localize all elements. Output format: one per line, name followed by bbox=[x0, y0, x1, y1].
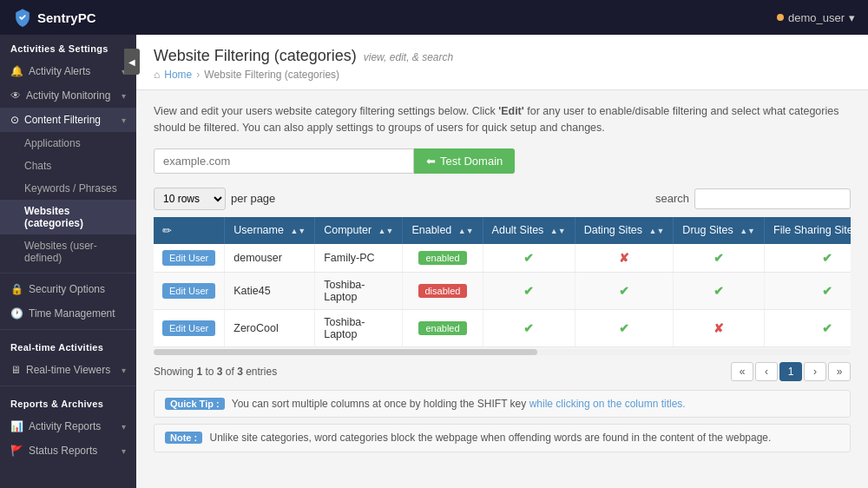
sidebar-item-status-reports[interactable]: 🚩 Status Reports ▾ bbox=[0, 439, 136, 463]
sidebar-section-security: 🔒 Security Options 🕐 Time Management bbox=[0, 277, 136, 326]
sort-arrows-enabled: ▲▼ bbox=[458, 227, 474, 235]
th-username[interactable]: Username ▲▼ bbox=[225, 217, 315, 244]
user-menu[interactable]: demo_user ▾ bbox=[777, 11, 855, 24]
sidebar-sub-item-websites-categories[interactable]: Websites (categories) bbox=[0, 200, 136, 234]
test-domain-input[interactable] bbox=[154, 148, 414, 174]
th-computer[interactable]: Computer ▲▼ bbox=[315, 217, 403, 244]
td-dating-2: ✔ bbox=[575, 272, 674, 309]
brand-logo: SentryPC bbox=[13, 8, 96, 27]
data-table: ✏ Username ▲▼ Computer ▲▼ Enabled ▲▼ bbox=[154, 217, 851, 347]
page-title-text: Website Filtering (categories) bbox=[154, 47, 357, 65]
quick-tip-box: Quick Tip : You can sort multiple column… bbox=[154, 390, 851, 419]
check-icon: ✔ bbox=[523, 251, 534, 265]
check-icon: ✔ bbox=[822, 284, 832, 298]
sidebar-item-content-filtering[interactable]: ⊙ Content Filtering ▾ bbox=[0, 108, 136, 132]
td-adult-1: ✔ bbox=[483, 244, 575, 273]
sidebar-section-reports: Reports & Archives 📊 Activity Reports ▾ … bbox=[0, 390, 136, 463]
sidebar-collapse-toggle[interactable]: ◀ bbox=[124, 49, 140, 75]
filter-icon: ⊙ bbox=[10, 114, 19, 126]
note-box: Note : Unlike site categories, word cate… bbox=[154, 424, 851, 452]
pagination-row: Showing 1 to 3 of 3 entries « ‹ 1 › » bbox=[154, 362, 851, 381]
chevron-icon: ▾ bbox=[122, 422, 126, 432]
quick-tip-text: You can sort multiple columns at once by… bbox=[232, 398, 686, 410]
td-computer-2: Toshiba-Laptop bbox=[315, 272, 403, 309]
showing-text: Showing 1 to 3 of 3 entries bbox=[154, 366, 277, 378]
layout: Activities & Settings 🔔 Activity Alerts … bbox=[0, 35, 868, 488]
breadcrumb-separator: › bbox=[196, 69, 200, 81]
main-content: Website Filtering (categories) view, edi… bbox=[136, 35, 868, 488]
sidebar-item-label: Content Filtering bbox=[24, 114, 116, 126]
sidebar-sub-item-keywords[interactable]: Keywords / Phrases bbox=[0, 177, 136, 200]
per-page-label: per page bbox=[231, 192, 275, 205]
td-edit-2: Edit User bbox=[154, 272, 225, 309]
enabled-badge-1: enabled bbox=[418, 251, 466, 265]
sidebar-section-title-activities: Activities & Settings bbox=[0, 35, 136, 59]
page-header: Website Filtering (categories) view, edi… bbox=[136, 35, 868, 90]
edit-user-btn-2[interactable]: Edit User bbox=[162, 283, 215, 299]
sidebar: Activities & Settings 🔔 Activity Alerts … bbox=[0, 35, 136, 488]
lock-icon: 🔒 bbox=[10, 283, 23, 295]
page-title-sub: view, edit, & search bbox=[364, 51, 453, 63]
note-text: Unlike site categories, word categories … bbox=[210, 432, 772, 444]
breadcrumb-home[interactable]: Home bbox=[164, 69, 192, 81]
sidebar-section-realtime: Real-time Activities 🖥 Real-time Viewers… bbox=[0, 333, 136, 382]
td-drug-1: ✔ bbox=[674, 244, 765, 273]
eye-icon: 👁 bbox=[10, 89, 21, 102]
th-enabled[interactable]: Enabled ▲▼ bbox=[403, 217, 483, 244]
content-area: View and edit your users website categor… bbox=[136, 90, 868, 472]
sidebar-item-label: Activity Alerts bbox=[29, 65, 116, 77]
page-title: Website Filtering (categories) view, edi… bbox=[154, 47, 851, 65]
check-icon: ✔ bbox=[822, 251, 832, 265]
check-icon: ✔ bbox=[523, 284, 534, 298]
sidebar-sub-item-websites-user[interactable]: Websites (user-defined) bbox=[0, 234, 136, 269]
sidebar-sub-item-chats[interactable]: Chats bbox=[0, 155, 136, 177]
sidebar-item-realtime-viewers[interactable]: 🖥 Real-time Viewers ▾ bbox=[0, 358, 136, 382]
cross-icon: ✘ bbox=[619, 251, 629, 265]
clock-icon: 🕐 bbox=[10, 307, 23, 320]
sidebar-item-activity-reports[interactable]: 📊 Activity Reports ▾ bbox=[0, 414, 136, 439]
td-username-3: ZeroCool bbox=[225, 309, 315, 346]
page-next-btn[interactable]: › bbox=[804, 362, 826, 381]
rows-per-page-select[interactable]: 10 rows 25 rows 50 rows 100 rows bbox=[154, 188, 226, 210]
page-prev-btn[interactable]: ‹ bbox=[755, 362, 778, 381]
td-edit-3: Edit User bbox=[154, 309, 225, 346]
td-enabled-1: enabled bbox=[403, 244, 483, 273]
edit-user-btn-3[interactable]: Edit User bbox=[162, 320, 215, 336]
td-computer-3: Toshiba-Laptop bbox=[315, 309, 403, 346]
test-domain-button[interactable]: ⬅ Test Domain bbox=[414, 148, 515, 174]
sidebar-item-security-options[interactable]: 🔒 Security Options bbox=[0, 277, 136, 301]
table-row: Edit User demouser Family-PC enabled ✔ ✘… bbox=[154, 244, 851, 273]
sidebar-item-activity-alerts[interactable]: 🔔 Activity Alerts ▾ bbox=[0, 59, 136, 83]
th-adult-sites[interactable]: Adult Sites ▲▼ bbox=[483, 217, 575, 244]
sidebar-item-activity-monitoring[interactable]: 👁 Activity Monitoring ▾ bbox=[0, 83, 136, 108]
edit-icon: ✏ bbox=[162, 225, 172, 237]
th-file-sharing[interactable]: File Sharing Sites ▲▼ bbox=[765, 217, 851, 244]
page-first-btn[interactable]: « bbox=[731, 362, 753, 381]
page-last-btn[interactable]: » bbox=[828, 362, 851, 381]
sidebar-item-time-management[interactable]: 🕐 Time Management bbox=[0, 301, 136, 326]
shield-icon bbox=[13, 8, 32, 27]
th-dating-sites[interactable]: Dating Sites ▲▼ bbox=[575, 217, 674, 244]
breadcrumb-current: Website Filtering (categories) bbox=[204, 69, 339, 81]
test-domain-btn-label: Test Domain bbox=[440, 155, 503, 168]
table-row: Edit User Katie45 Toshiba-Laptop disable… bbox=[154, 272, 851, 309]
bell-icon: 🔔 bbox=[10, 65, 23, 77]
edit-user-btn-1[interactable]: Edit User bbox=[162, 250, 215, 266]
page-1-btn[interactable]: 1 bbox=[779, 362, 802, 381]
disabled-badge-2: disabled bbox=[418, 284, 468, 298]
td-enabled-3: enabled bbox=[403, 309, 483, 346]
flag-icon: 🚩 bbox=[10, 445, 23, 457]
sidebar-item-label: Security Options bbox=[29, 283, 126, 295]
sidebar-sub-item-applications[interactable]: Applications bbox=[0, 132, 136, 155]
sidebar-section-title-realtime: Real-time Activities bbox=[0, 333, 136, 358]
td-enabled-2: disabled bbox=[403, 272, 483, 309]
th-drug-sites[interactable]: Drug Sites ▲▼ bbox=[674, 217, 765, 244]
check-icon: ✔ bbox=[822, 321, 832, 335]
horizontal-scrollbar[interactable] bbox=[154, 349, 851, 355]
table-row: Edit User ZeroCool Toshiba-Laptop enable… bbox=[154, 309, 851, 346]
navbar: SentryPC demo_user ▾ bbox=[0, 0, 868, 35]
search-input[interactable] bbox=[694, 188, 851, 209]
sidebar-section-title-reports: Reports & Archives bbox=[0, 390, 136, 414]
table-header-row: ✏ Username ▲▼ Computer ▲▼ Enabled ▲▼ bbox=[154, 217, 851, 244]
td-dating-1: ✘ bbox=[575, 244, 674, 273]
